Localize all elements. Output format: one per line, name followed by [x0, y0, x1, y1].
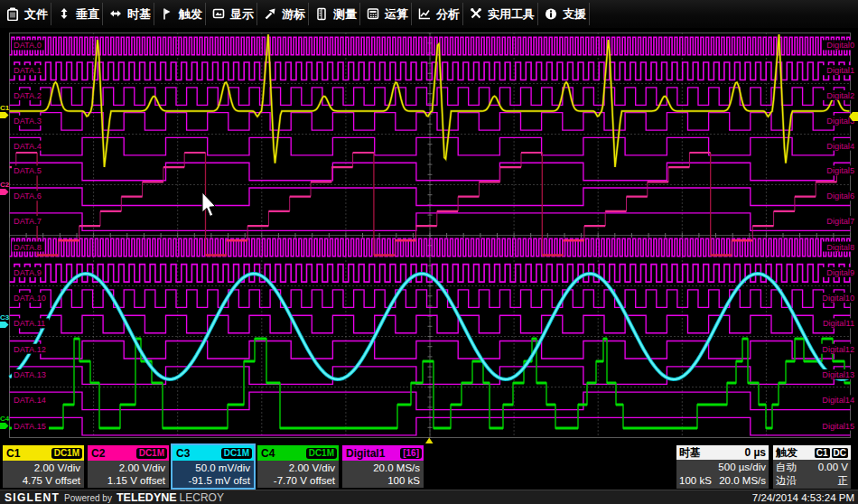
svg-text:Digital8: Digital8	[826, 243, 854, 252]
svg-text:DATA.1: DATA.1	[14, 66, 42, 75]
svg-text:Digital2: Digital2	[826, 91, 854, 100]
svg-text:DATA.15: DATA.15	[14, 422, 46, 431]
svg-text:Digital4: Digital4	[826, 142, 854, 151]
svg-text:C4: C4	[0, 415, 10, 423]
svg-text:Digital13: Digital13	[822, 370, 854, 379]
svg-text:DATA.11: DATA.11	[14, 319, 45, 328]
svg-text:Digital5: Digital5	[826, 166, 854, 175]
svg-text:Digital1: Digital1	[826, 66, 854, 75]
svg-text:Digital9: Digital9	[826, 268, 854, 277]
svg-text:C2: C2	[0, 181, 10, 189]
svg-text:Digital12: Digital12	[822, 345, 854, 354]
svg-text:DATA.5: DATA.5	[14, 166, 42, 175]
svg-text:DATA.8: DATA.8	[14, 243, 42, 252]
svg-text:DATA.3: DATA.3	[14, 117, 42, 126]
svg-text:C3: C3	[0, 313, 10, 322]
svg-text:Digital6: Digital6	[826, 191, 854, 201]
svg-text:DATA.13: DATA.13	[14, 370, 46, 379]
svg-text:DATA.2: DATA.2	[14, 91, 42, 100]
svg-text:DATA.0: DATA.0	[14, 41, 42, 50]
svg-text:Digital15: Digital15	[822, 422, 854, 431]
svg-text:DATA.7: DATA.7	[14, 217, 42, 226]
svg-text:DATA.10: DATA.10	[14, 294, 46, 303]
svg-text:Digital11: Digital11	[823, 319, 854, 328]
svg-text:DATA.6: DATA.6	[14, 191, 42, 201]
svg-text:C1: C1	[0, 104, 10, 112]
svg-text:Digital14: Digital14	[822, 396, 854, 405]
svg-text:Digital7: Digital7	[826, 217, 854, 226]
svg-text:DATA.14: DATA.14	[14, 396, 46, 405]
svg-text:Digital0: Digital0	[826, 41, 854, 50]
svg-text:DATA.9: DATA.9	[14, 268, 42, 277]
svg-text:Digital10: Digital10	[822, 294, 854, 303]
svg-text:DATA.12: DATA.12	[14, 345, 46, 354]
svg-text:DATA.4: DATA.4	[14, 142, 42, 151]
